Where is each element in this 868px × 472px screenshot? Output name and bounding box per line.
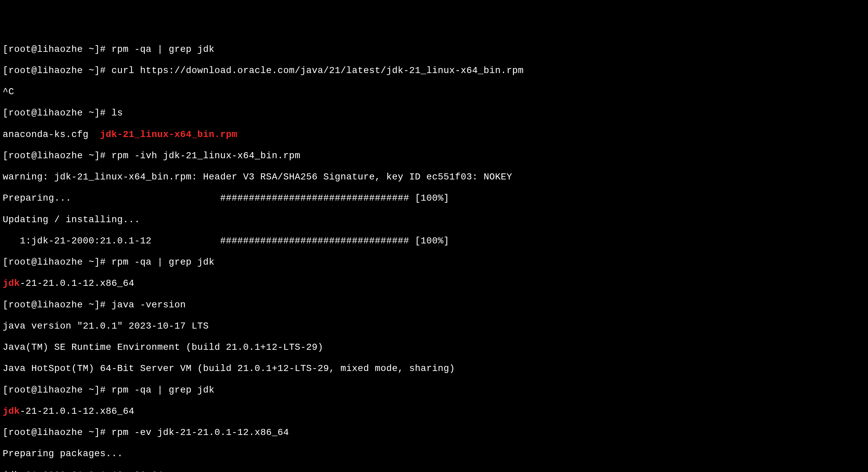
command-text: curl https://download.oracle.com/java/21… <box>112 65 524 76</box>
output-text: warning: jdk-21_linux-x64_bin.rpm: Heade… <box>3 172 512 182</box>
terminal-line: [root@lihaozhe ~]# java -version <box>3 300 865 310</box>
output-text: ^C <box>3 87 14 97</box>
terminal-line: [root@lihaozhe ~]# rpm -qa | grep jdk <box>3 257 865 268</box>
terminal-line: jdk-21-21.0.1-12.x86_64 <box>3 278 865 289</box>
terminal-line: Preparing... ###########################… <box>3 193 865 204</box>
prompt: [root@lihaozhe ~]# <box>3 300 112 310</box>
terminal-line: warning: jdk-21_linux-x64_bin.rpm: Heade… <box>3 172 865 183</box>
output-text: jdk-21-2000:21.0.1-12.x86_64 <box>3 470 163 472</box>
command-text: rpm -ivh jdk-21_linux-x64_bin.rpm <box>112 151 300 161</box>
grep-match: jdk <box>3 278 20 288</box>
terminal-line: [root@lihaozhe ~]# rpm -qa | grep jdk <box>3 44 865 55</box>
terminal-line: Java HotSpot(TM) 64-Bit Server VM (build… <box>3 363 865 374</box>
terminal-line: Updating / installing... <box>3 215 865 225</box>
terminal-line: Preparing packages... <box>3 448 865 459</box>
prompt: [root@lihaozhe ~]# <box>3 44 112 55</box>
output-text: -21-21.0.1-12.x86_64 <box>20 278 134 288</box>
output-text: Preparing packages... <box>3 448 123 459</box>
terminal-line: [root@lihaozhe ~]# rpm -ev jdk-21-21.0.1… <box>3 427 865 438</box>
terminal-line: Java(TM) SE Runtime Environment (build 2… <box>3 342 865 353</box>
terminal-line: 1:jdk-21-2000:21.0.1-12 ################… <box>3 236 865 246</box>
output-text: java version "21.0.1" 2023-10-17 LTS <box>3 321 209 331</box>
output-text: 1:jdk-21-2000:21.0.1-12 ################… <box>3 236 449 246</box>
output-text: Preparing... ###########################… <box>3 193 449 203</box>
command-text: java -version <box>112 300 186 310</box>
prompt: [root@lihaozhe ~]# <box>3 151 112 161</box>
output-text: Java(TM) SE Runtime Environment (build 2… <box>3 342 323 352</box>
terminal-line: ^C <box>3 87 865 97</box>
command-text: rpm -qa | grep jdk <box>112 385 215 395</box>
output-text: Updating / installing... <box>3 215 140 225</box>
command-text: ls <box>112 108 123 118</box>
terminal-line: java version "21.0.1" 2023-10-17 LTS <box>3 321 865 332</box>
terminal-line: [root@lihaozhe ~]# rpm -qa | grep jdk <box>3 385 865 396</box>
terminal-line: jdk-21-21.0.1-12.x86_64 <box>3 406 865 417</box>
prompt: [root@lihaozhe ~]# <box>3 65 112 76</box>
output-text: -21-21.0.1-12.x86_64 <box>20 406 134 416</box>
terminal-line: anaconda-ks.cfg jdk-21_linux-x64_bin.rpm <box>3 129 865 140</box>
command-text: rpm -qa | grep jdk <box>112 257 215 267</box>
terminal-line: [root@lihaozhe ~]# rpm -ivh jdk-21_linux… <box>3 151 865 161</box>
output-text: Java HotSpot(TM) 64-Bit Server VM (build… <box>3 363 455 374</box>
prompt: [root@lihaozhe ~]# <box>3 385 112 395</box>
terminal-line: [root@lihaozhe ~]# curl https://download… <box>3 65 865 76</box>
terminal-line: [root@lihaozhe ~]# ls <box>3 108 865 119</box>
prompt: [root@lihaozhe ~]# <box>3 257 112 267</box>
prompt: [root@lihaozhe ~]# <box>3 108 112 118</box>
terminal-line: jdk-21-2000:21.0.1-12.x86_64 <box>3 470 865 472</box>
command-text: rpm -qa | grep jdk <box>112 44 215 55</box>
command-text: rpm -ev jdk-21-21.0.1-12.x86_64 <box>112 427 289 438</box>
grep-match: jdk <box>3 406 20 416</box>
prompt: [root@lihaozhe ~]# <box>3 427 112 438</box>
ls-file: anaconda-ks.cfg <box>3 129 100 140</box>
ls-file-rpm: jdk-21_linux-x64_bin.rpm <box>100 129 237 140</box>
